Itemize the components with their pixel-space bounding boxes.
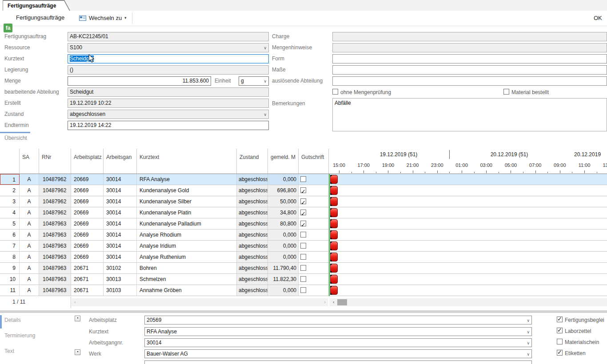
einheit-select[interactable]: g∨ — [239, 76, 269, 86]
arbeitsplatz-cell[interactable]: 20669 — [71, 218, 104, 229]
ressource-select[interactable]: S100∨ — [68, 43, 269, 52]
row-number-cell[interactable]: 8 — [0, 252, 20, 262]
arbeitsgang-cell[interactable]: 30014 — [104, 229, 137, 240]
arbeitsgang-cell[interactable]: 30014 — [104, 218, 137, 229]
tab-fertigungsauftraege[interactable]: Fertigungsaufträge — [3, 0, 70, 11]
print-checkbox-laborzettel[interactable]: ✓ — [557, 328, 563, 333]
gantt-bar[interactable] — [330, 253, 338, 261]
gemeldete-menge-cell[interactable]: 0,000 — [268, 285, 299, 296]
kurztext-cell[interactable]: Kundenanalyse Silber — [137, 196, 237, 207]
gantt-bar[interactable] — [330, 230, 338, 239]
arbeitsgang-cell[interactable]: 30102 — [104, 263, 137, 273]
sa-cell[interactable]: A — [20, 207, 39, 218]
sa-cell[interactable]: A — [20, 241, 39, 251]
arbeitsplatz-cell[interactable]: 20669 — [71, 196, 104, 207]
table-row[interactable]: 8A104879632066930014Analyse Rutheniumabg… — [0, 252, 607, 263]
table-row[interactable]: 2A104879622066930014Kundenanalyse Goldab… — [0, 185, 607, 196]
detail-field-werk[interactable]: Bauer-Walser AG∨ — [144, 349, 532, 358]
kurztext-cell[interactable]: Kundenanalyse Palladium — [137, 218, 237, 229]
rnr-cell[interactable]: 10487963 — [39, 285, 71, 296]
ok-button[interactable]: OK — [594, 15, 602, 21]
detail-field-arbeitsgangnr-[interactable]: 30014∨ — [144, 338, 532, 347]
gutschrift-checkbox[interactable] — [300, 276, 306, 282]
gutschrift-checkbox[interactable]: ✓ — [300, 198, 306, 204]
gantt-bar[interactable] — [330, 186, 338, 195]
zustand-cell[interactable]: abgeschlossen — [237, 241, 268, 251]
zustand-cell[interactable]: abgeschlossen — [237, 252, 268, 262]
gemeldete-menge-cell[interactable]: 0,000 — [268, 174, 299, 185]
sa-cell[interactable]: A — [20, 174, 39, 185]
rnr-cell[interactable]: 10487962 — [39, 207, 71, 218]
sa-cell[interactable]: A — [20, 274, 39, 285]
gantt-scroll-left-icon[interactable]: ‹ — [333, 299, 335, 305]
sa-cell[interactable]: A — [20, 218, 39, 229]
gemeldete-menge-cell[interactable]: 0,000 — [268, 252, 299, 262]
zustand-cell[interactable]: abgeschlossen — [237, 229, 268, 240]
column-header-arbeitsgan[interactable]: Arbeitsgan — [104, 149, 137, 174]
checkbox-material-bestellt[interactable] — [503, 89, 509, 95]
row-number-cell[interactable]: 9 — [0, 263, 20, 273]
zustand-cell[interactable]: abgeschlossen — [237, 207, 268, 218]
rnr-cell[interactable]: 10487963 — [39, 218, 71, 229]
arbeitsplatz-cell[interactable]: 20669 — [71, 207, 104, 218]
zustand-cell[interactable]: abgeschlossen — [237, 285, 268, 296]
column-header-zustand[interactable]: Zustand — [237, 149, 268, 174]
gemeldete-menge-cell[interactable]: 11.822,30 — [268, 274, 299, 285]
row-number-cell[interactable]: 10 — [0, 274, 20, 285]
arbeitsplatz-cell[interactable]: 20669 — [71, 229, 104, 240]
zustand-cell[interactable]: abgeschlossen — [237, 274, 268, 285]
gemeldete-menge-cell[interactable]: 50,000 — [268, 196, 299, 207]
column-header-sa[interactable]: SA — [20, 149, 39, 174]
rnr-cell[interactable]: 10487963 — [39, 241, 71, 251]
gutschrift-cell[interactable]: ✓ — [299, 218, 329, 229]
erstellt-field[interactable]: 19.12.2019 10:22 — [68, 99, 269, 108]
checkbox-ohne-mengenpr-fung[interactable] — [332, 89, 338, 95]
column-header-arbeitsplatz[interactable]: Arbeitsplatz — [71, 149, 104, 174]
detail-field-arbeitsplatz[interactable]: 20569∨ — [144, 316, 532, 324]
row-number-cell[interactable]: 11 — [0, 285, 20, 296]
arbeitsgang-cell[interactable]: 30014 — [104, 241, 137, 251]
arbeitsplatz-cell[interactable]: 20669 — [71, 174, 104, 185]
gemeldete-menge-cell[interactable]: 0,000 — [268, 241, 299, 251]
arbeitsgang-cell[interactable]: 30014 — [104, 174, 137, 185]
endtermin-field[interactable]: 19.12.2019 14:22 — [68, 121, 269, 130]
gantt-bar[interactable] — [330, 219, 338, 228]
table-row[interactable]: 7A104879632066930014Analyse Iridiumabges… — [0, 241, 607, 252]
gutschrift-checkbox[interactable]: ✓ — [300, 210, 306, 215]
gemeldete-menge-cell[interactable]: 0,000 — [268, 229, 299, 240]
scroll-right-icon[interactable]: › — [324, 299, 326, 305]
row-number-cell[interactable]: 6 — [0, 229, 20, 240]
rnr-cell[interactable]: 10487962 — [39, 185, 71, 196]
bearbeitende-abteilung-field[interactable]: Scheidgut — [68, 87, 269, 97]
switch-to-button[interactable]: Wechseln zu ▾ — [79, 12, 131, 24]
gantt-bar[interactable] — [330, 264, 338, 273]
arbeitsplatz-cell[interactable]: 20669 — [71, 252, 104, 262]
print-checkbox-materialschein[interactable] — [557, 339, 563, 344]
kurztext-cell[interactable]: Bohren — [137, 263, 237, 273]
details-tab-details[interactable]: Details — [4, 317, 21, 323]
gantt-bar[interactable] — [330, 175, 338, 184]
arbeitsgang-cell[interactable]: 30014 — [104, 252, 137, 262]
kurztext-cell[interactable]: Schmelzen — [137, 274, 237, 285]
gutschrift-cell[interactable] — [299, 252, 329, 262]
zustand-select[interactable]: abgeschlossen∨ — [68, 110, 269, 119]
arbeitsgang-cell[interactable]: 30014 — [104, 196, 137, 207]
details-tab-terminierung[interactable]: Terminierung — [4, 332, 35, 339]
gutschrift-cell[interactable] — [299, 263, 329, 273]
arbeitsplatz-cell[interactable]: 20671 — [71, 263, 104, 273]
zustand-cell[interactable]: abgeschlossen — [237, 263, 268, 273]
rnr-cell[interactable]: 10487963 — [39, 274, 71, 285]
gutschrift-checkbox[interactable]: ✓ — [300, 187, 306, 193]
rnr-cell[interactable]: 10487963 — [39, 263, 71, 273]
column-header-kurztext[interactable]: Kurztext — [137, 149, 237, 174]
row-number-cell[interactable]: 5 — [0, 218, 20, 229]
kurztext-cell[interactable]: RFA Analyse — [137, 174, 237, 185]
gantt-bar[interactable] — [330, 241, 338, 250]
rnr-cell[interactable]: 10487963 — [39, 252, 71, 262]
sa-cell[interactable]: A — [20, 285, 39, 296]
gantt-bar[interactable] — [330, 197, 338, 206]
sa-cell[interactable]: A — [20, 229, 39, 240]
table-row[interactable]: 10A104879632067130013Schmelzenabgeschlos… — [0, 274, 607, 285]
detail-field-partial[interactable] — [144, 360, 532, 364]
gemeldete-menge-cell[interactable]: 696,800 — [268, 185, 299, 196]
